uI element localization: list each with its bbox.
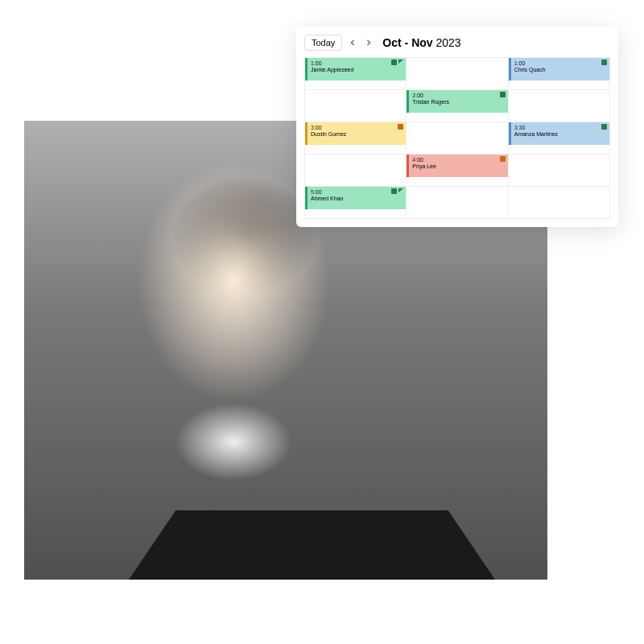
event-icons [500,92,506,97]
calendar-event[interactable]: 3:00 Dustin Gomez [305,122,406,145]
calendar-cell[interactable] [407,122,508,155]
calendar-cell[interactable] [407,187,508,219]
calendar-cell[interactable]: 1:00 Jamie Appleseed [305,58,407,90]
event-name: Jamie Appleseed [311,67,402,73]
calendar-cell[interactable] [407,58,508,90]
calendar-grid: 1:00 Jamie Appleseed 1:00 Chris Quach [304,57,610,219]
calendar-event[interactable]: 2:00 Tristan Rogers [407,90,507,113]
chat-icon [398,60,403,64]
next-arrow-icon[interactable] [363,37,374,48]
document-icon [391,60,397,65]
calendar-event[interactable]: 5:00 Ahmed Khan [305,187,406,209]
event-time: 2:00 [412,93,504,99]
event-icons [500,156,506,162]
event-name: Dustin Gomez [311,131,402,138]
calendar-cell[interactable]: 4:00 Priya Lee [407,155,508,187]
event-icons [398,124,403,130]
calendar-event[interactable]: 4:00 Priya Lee [407,155,507,177]
calendar-cell[interactable] [305,90,407,122]
event-time: 3:30 [514,125,606,131]
calendar-panel: Today Oct - Nov 2023 1:00 Jamie Applesee… [296,27,618,227]
event-icons [391,188,403,194]
document-icon [601,124,607,130]
calendar-event[interactable]: 1:00 Chris Quach [509,58,609,80]
event-icons [391,60,403,65]
date-range: Oct - Nov 2023 [382,36,460,49]
prev-arrow-icon[interactable] [347,37,358,48]
document-icon [500,156,506,162]
date-range-year: 2023 [436,36,460,49]
document-icon [500,92,506,97]
calendar-event[interactable]: 1:00 Jamie Appleseed [305,58,406,80]
event-name: Tristan Rogers [412,99,504,105]
date-range-month: Oct - Nov [382,36,432,49]
calendar-cell[interactable]: 1:00 Chris Quach [509,58,610,90]
calendar-cell[interactable] [509,90,610,122]
document-icon [391,188,397,194]
calendar-cell[interactable] [509,155,610,187]
event-time: 1:00 [514,60,606,67]
event-name: Ahmed Khan [311,196,402,202]
event-time: 5:00 [311,189,402,196]
calendar-cell[interactable]: 2:00 Tristan Rogers [407,90,508,122]
document-icon [398,124,403,130]
event-time: 4:00 [412,157,504,163]
event-name: Amanza Martinez [514,131,606,138]
event-name: Chris Quach [514,67,606,73]
calendar-header: Today Oct - Nov 2023 [304,35,610,51]
event-icons [601,60,607,65]
chat-icon [398,188,403,192]
calendar-cell[interactable]: 5:00 Ahmed Khan [305,187,407,219]
event-time: 1:00 [311,60,402,67]
event-time: 3:00 [311,125,402,131]
event-icons [601,124,607,130]
calendar-cell[interactable]: 3:00 Dustin Gomez [305,122,407,155]
today-button[interactable]: Today [304,35,342,51]
calendar-event[interactable]: 3:30 Amanza Martinez [509,122,609,145]
calendar-cell[interactable] [509,187,610,219]
document-icon [601,60,607,65]
calendar-cell[interactable]: 3:30 Amanza Martinez [509,122,610,155]
calendar-cell[interactable] [305,155,407,187]
event-name: Priya Lee [412,163,504,170]
